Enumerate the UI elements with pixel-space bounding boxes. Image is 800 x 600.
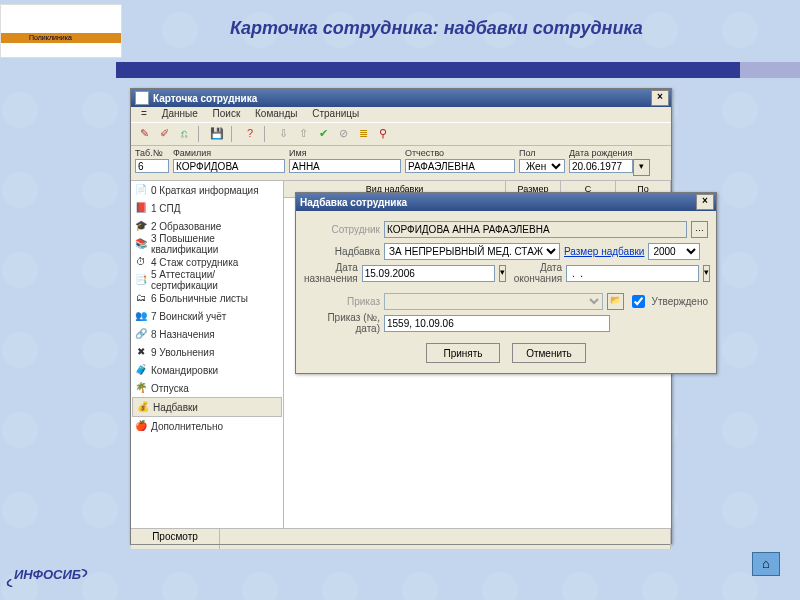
side-nav: 📄0 Краткая информация📕1 СПД🎓2 Образовани… <box>131 181 284 528</box>
sex-label: Пол <box>519 148 565 158</box>
tb-cancel-icon[interactable]: ⊘ <box>334 125 352 143</box>
window-icon <box>135 91 149 105</box>
tb-edit-icon[interactable]: ✐ <box>155 125 173 143</box>
nav-label: 0 Краткая информация <box>151 185 259 196</box>
nav-item[interactable]: 🌴Отпуска <box>131 379 283 397</box>
date-from-cal-icon[interactable]: ▾ <box>499 265 506 282</box>
nav-label: Командировки <box>151 365 218 376</box>
titlebar: Карточка сотрудника × <box>131 89 671 107</box>
close-icon[interactable]: × <box>651 90 669 106</box>
sex-select[interactable]: Жен. <box>519 159 565 173</box>
status-mode: Просмотр <box>131 529 220 549</box>
calendar-icon[interactable]: ▾ <box>633 159 650 176</box>
dob-input[interactable] <box>569 159 633 173</box>
nav-item[interactable]: 💰Надбавки <box>132 397 282 417</box>
nav-item[interactable]: 👥7 Воинский учёт <box>131 307 283 325</box>
tb-up-icon[interactable]: ⇧ <box>294 125 312 143</box>
nav-label: 4 Стаж сотрудника <box>151 257 238 268</box>
menubar: = Данные Поиск Команды Страницы <box>131 107 671 122</box>
dlg-title: Надбавка сотрудника <box>300 197 407 208</box>
order-select <box>384 293 603 310</box>
approved-checkbox[interactable] <box>632 295 645 308</box>
window-title: Карточка сотрудника <box>153 93 257 104</box>
nav-item[interactable]: 🔗8 Назначения <box>131 325 283 343</box>
statusbar: Просмотр <box>131 528 671 549</box>
logo-bottom: ИНФОСИБ <box>14 567 81 582</box>
nav-icon: 💰 <box>137 401 149 413</box>
date-to-input[interactable] <box>566 265 699 282</box>
bonus-size-link[interactable]: Размер надбавки <box>564 246 644 257</box>
nav-icon: 🎓 <box>135 220 147 232</box>
tab-no-label: Таб.№ <box>135 148 169 158</box>
tb-down-icon[interactable]: ⇩ <box>274 125 292 143</box>
summary-fields: Таб.№ Фамилия Имя Отчество ПолЖен. Дата … <box>131 146 671 181</box>
tb-new-icon[interactable]: ✎ <box>135 125 153 143</box>
nav-icon: 🍎 <box>135 420 147 432</box>
tb-list-icon[interactable]: ≣ <box>354 125 372 143</box>
nav-label: Дополнительно <box>151 421 223 432</box>
menu-search[interactable]: Поиск <box>207 107 247 120</box>
tb-del-icon[interactable]: ⎌ <box>175 125 193 143</box>
logo-bar: Поликлиника <box>1 33 121 43</box>
name-input[interactable] <box>289 159 401 173</box>
nav-item[interactable]: 🧳Командировки <box>131 361 283 379</box>
order-label: Приказ <box>304 296 380 307</box>
menu-eq[interactable]: = <box>135 107 153 120</box>
dob-label: Дата рождения <box>569 148 655 158</box>
employee-lookup-icon[interactable]: … <box>691 221 708 238</box>
surname-label: Фамилия <box>173 148 285 158</box>
nav-item[interactable]: 🗂6 Больничные листы <box>131 289 283 307</box>
surname-input[interactable] <box>173 159 285 173</box>
nav-icon: 👥 <box>135 310 147 322</box>
nav-icon: 🔗 <box>135 328 147 340</box>
tb-help-icon[interactable]: ? <box>241 125 259 143</box>
tb-save-icon[interactable]: 💾 <box>208 125 226 143</box>
home-nav-icon[interactable]: ⌂ <box>752 552 780 576</box>
menu-commands[interactable]: Команды <box>249 107 303 120</box>
dlg-close-icon[interactable]: × <box>696 194 714 210</box>
nav-label: 2 Образование <box>151 221 221 232</box>
date-from-label: Дата назначения <box>304 262 358 284</box>
bonus-select[interactable]: ЗА НЕПРЕРЫВНЫЙ МЕД. СТАЖ <box>384 243 560 260</box>
nav-item[interactable]: ✖9 Увольнения <box>131 343 283 361</box>
employee-field <box>384 221 687 238</box>
order-details-input[interactable] <box>384 315 610 332</box>
bonus-size-select[interactable]: 2000 <box>648 243 700 260</box>
bonus-dialog: Надбавка сотрудника × Сотрудник … Надбав… <box>295 192 717 374</box>
nav-item[interactable]: 📕1 СПД <box>131 199 283 217</box>
tab-no-input[interactable] <box>135 159 169 173</box>
menu-pages[interactable]: Страницы <box>306 107 365 120</box>
cancel-button[interactable]: Отменить <box>512 343 586 363</box>
menu-data[interactable]: Данные <box>156 107 204 120</box>
logo-top: Поликлиника <box>0 4 122 58</box>
nav-label: 7 Воинский учёт <box>151 311 226 322</box>
nav-label: Надбавки <box>153 402 198 413</box>
patronymic-input[interactable] <box>405 159 515 173</box>
nav-icon: 📕 <box>135 202 147 214</box>
date-to-cal-icon[interactable]: ▾ <box>703 265 710 282</box>
nav-item[interactable]: 📑5 Аттестации/сертификации <box>131 271 283 289</box>
nav-icon: 📑 <box>135 274 147 286</box>
nav-icon: 🗂 <box>135 292 147 304</box>
nav-item[interactable]: 📚3 Повышение квалификации <box>131 235 283 253</box>
employee-label: Сотрудник <box>304 224 380 235</box>
nav-label: Отпуска <box>151 383 189 394</box>
order-open-icon[interactable]: 📂 <box>607 293 624 310</box>
nav-label: 3 Повышение квалификации <box>151 233 279 255</box>
ok-button[interactable]: Принять <box>426 343 500 363</box>
nav-label: 1 СПД <box>151 203 181 214</box>
slide-title: Карточка сотрудника: надбавки сотрудника <box>230 18 643 39</box>
nav-item[interactable]: 📄0 Краткая информация <box>131 181 283 199</box>
name-label: Имя <box>289 148 401 158</box>
nav-icon: ⏱ <box>135 256 147 268</box>
nav-label: 6 Больничные листы <box>151 293 248 304</box>
tb-filter-icon[interactable]: ⚲ <box>374 125 392 143</box>
bonus-label: Надбавка <box>304 246 380 257</box>
header-bar <box>116 62 800 78</box>
date-from-input[interactable] <box>362 265 495 282</box>
tb-check-icon[interactable]: ✔ <box>314 125 332 143</box>
patronymic-label: Отчество <box>405 148 515 158</box>
nav-item[interactable]: 🍎Дополнительно <box>131 417 283 435</box>
toolbar: ✎ ✐ ⎌ 💾 ? ⇩ ⇧ ✔ ⊘ ≣ ⚲ <box>131 122 671 146</box>
nav-icon: 📄 <box>135 184 147 196</box>
